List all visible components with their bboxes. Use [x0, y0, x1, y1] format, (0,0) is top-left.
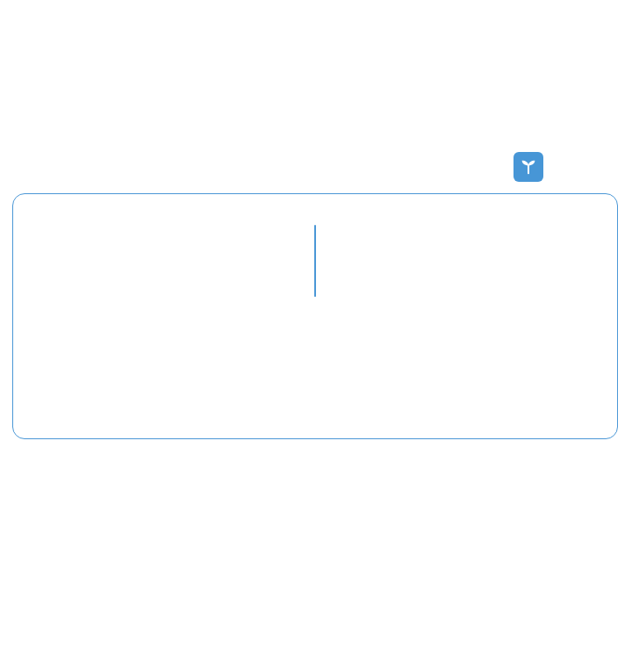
sprout-badge[interactable] [514, 152, 543, 182]
stage [0, 0, 632, 672]
text-caret [314, 225, 316, 297]
sprout-icon [519, 157, 538, 177]
